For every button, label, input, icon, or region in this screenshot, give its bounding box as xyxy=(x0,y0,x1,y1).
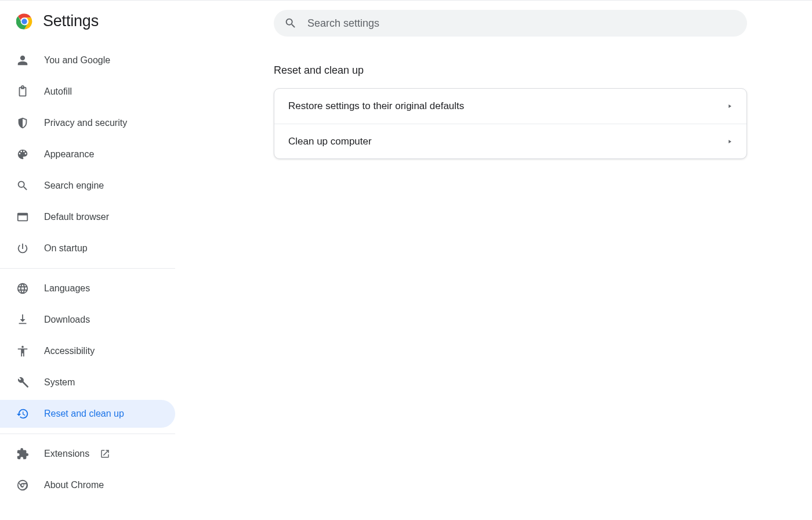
sidebar-item-label: You and Google xyxy=(44,55,110,66)
nav-extensions-wrap: Extensions xyxy=(44,449,110,459)
page-title: Settings xyxy=(43,12,99,30)
svg-point-2 xyxy=(21,19,27,24)
sidebar-item-default-browser[interactable]: Default browser xyxy=(0,203,175,231)
section-title: Reset and clean up xyxy=(274,64,747,77)
search-box[interactable] xyxy=(274,10,747,37)
globe-icon xyxy=(16,282,29,295)
content-area: Reset and clean up Restore settings to t… xyxy=(175,37,812,159)
sidebar-item-extensions[interactable]: Extensions xyxy=(0,440,175,468)
brand-header: Settings xyxy=(0,10,175,42)
sidebar-item-privacy-security[interactable]: Privacy and security xyxy=(0,109,175,137)
shield-icon xyxy=(16,117,29,129)
sidebar-item-label: Languages xyxy=(44,283,90,294)
sidebar-item-label: On startup xyxy=(44,243,88,254)
power-icon xyxy=(16,242,29,255)
extension-icon xyxy=(16,447,29,460)
restore-icon xyxy=(16,407,29,420)
sidebar-item-label: Default browser xyxy=(44,212,109,222)
restore-settings-row[interactable]: Restore settings to their original defau… xyxy=(274,89,746,124)
sidebar-item-reset-clean-up[interactable]: Reset and clean up xyxy=(0,400,175,428)
sidebar-item-about-chrome[interactable]: About Chrome xyxy=(0,471,175,499)
accessibility-icon xyxy=(16,345,29,358)
chevron-right-icon xyxy=(727,139,733,145)
sidebar-item-label: Accessibility xyxy=(44,346,95,356)
wrench-icon xyxy=(16,376,29,389)
row-label: Restore settings to their original defau… xyxy=(288,100,464,112)
search-icon xyxy=(284,17,297,30)
sidebar-item-search-engine[interactable]: Search engine xyxy=(0,172,175,200)
chevron-right-icon xyxy=(727,103,733,109)
open-in-new-icon xyxy=(100,449,110,459)
person-icon xyxy=(16,54,29,67)
sidebar-item-label: About Chrome xyxy=(44,480,104,490)
clean-up-computer-row[interactable]: Clean up computer xyxy=(274,124,746,158)
nav-divider xyxy=(0,268,175,269)
chrome-outline-icon xyxy=(16,479,29,492)
sidebar-item-system[interactable]: System xyxy=(0,369,175,396)
sidebar-item-downloads[interactable]: Downloads xyxy=(0,306,175,334)
main-content: Reset and clean up Restore settings to t… xyxy=(175,1,812,520)
browser-icon xyxy=(16,211,29,223)
sidebar: Settings You and Google Autofill Privacy… xyxy=(0,1,175,520)
search-icon xyxy=(16,179,29,192)
sidebar-item-label: Extensions xyxy=(44,449,89,459)
sidebar-item-accessibility[interactable]: Accessibility xyxy=(0,337,175,365)
sidebar-item-label: Appearance xyxy=(44,149,94,160)
nav-divider xyxy=(0,434,175,434)
chrome-logo-icon xyxy=(16,13,32,30)
row-label: Clean up computer xyxy=(288,136,372,147)
sidebar-item-you-and-google[interactable]: You and Google xyxy=(0,46,175,74)
palette-icon xyxy=(16,148,29,161)
sidebar-item-label: Reset and clean up xyxy=(44,409,124,419)
download-icon xyxy=(16,313,29,326)
sidebar-item-label: Search engine xyxy=(44,180,104,191)
sidebar-item-label: Autofill xyxy=(44,86,72,97)
sidebar-item-appearance[interactable]: Appearance xyxy=(0,140,175,168)
search-wrap xyxy=(175,10,812,37)
sidebar-item-languages[interactable]: Languages xyxy=(0,275,175,302)
sidebar-item-label: System xyxy=(44,377,75,388)
reset-card: Restore settings to their original defau… xyxy=(274,88,747,159)
sidebar-item-label: Privacy and security xyxy=(44,118,127,128)
sidebar-item-on-startup[interactable]: On startup xyxy=(0,234,175,262)
sidebar-item-autofill[interactable]: Autofill xyxy=(0,78,175,106)
clipboard-icon xyxy=(16,85,29,98)
sidebar-item-label: Downloads xyxy=(44,315,90,325)
search-input[interactable] xyxy=(307,17,737,30)
